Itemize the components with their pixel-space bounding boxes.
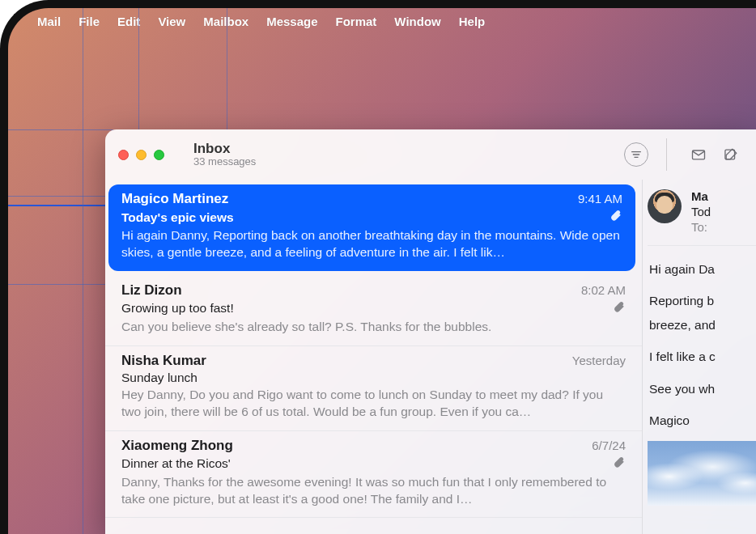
message-row[interactable]: Liz Dizon 8:02 AM Growing up too fast! C… — [105, 276, 642, 346]
reader-subject: Tod — [691, 205, 711, 218]
message-row[interactable]: Xiaomeng Zhong 6/7/24 Dinner at the Rico… — [105, 431, 642, 519]
reader-line: I felt like a c — [649, 345, 756, 368]
message-time: 9:41 AM — [578, 192, 622, 206]
message-row[interactable]: Magico Martinez 9:41 AM Today's epic vie… — [108, 184, 635, 271]
avatar — [648, 189, 682, 223]
message-list[interactable]: Magico Martinez 9:41 AM Today's epic vie… — [105, 180, 643, 534]
envelope-icon — [690, 146, 707, 163]
menu-edit[interactable]: Edit — [117, 15, 140, 28]
filter-icon — [628, 146, 644, 163]
reader-line: Magico — [649, 409, 756, 432]
menu-window[interactable]: Window — [394, 15, 440, 28]
attachment-icon — [612, 300, 626, 317]
menu-view[interactable]: View — [158, 15, 185, 28]
reader-attachment-image[interactable] — [648, 441, 756, 506]
reader-line: Reporting b — [649, 289, 756, 312]
message-preview: Can you believe she's already so tall? P… — [121, 319, 626, 336]
message-subject: Growing up too fast! — [121, 301, 612, 316]
message-preview: Hi again Danny, Reporting back on anothe… — [121, 227, 622, 261]
message-time: 8:02 AM — [581, 283, 626, 297]
reader-to: To: — [691, 220, 711, 234]
get-mail-button[interactable] — [686, 142, 711, 167]
message-preview: Danny, Thanks for the awesome evening! I… — [121, 474, 626, 508]
mailbox-name: Inbox — [193, 141, 256, 157]
window-controls — [118, 150, 164, 160]
message-count: 33 messages — [193, 156, 256, 168]
zoom-button[interactable] — [154, 150, 164, 160]
reader-line: breeze, and — [649, 313, 756, 337]
menu-help[interactable]: Help — [459, 15, 486, 28]
message-sender: Xiaomeng Zhong — [121, 438, 592, 454]
message-preview: Hey Danny, Do you and Rigo want to come … — [121, 387, 626, 421]
titlebar: Inbox 33 messages — [105, 129, 756, 180]
attachment-icon — [612, 456, 626, 473]
reader-body: Hi again Da Reporting b breeze, and I fe… — [648, 246, 756, 433]
message-sender: Nisha Kumar — [121, 353, 572, 369]
close-button[interactable] — [118, 150, 129, 160]
reader-line: Hi again Da — [649, 257, 756, 281]
message-reader: Ma Tod To: Hi again Da Reporting b breez… — [643, 180, 756, 534]
reader-line: See you wh — [649, 377, 756, 400]
menu-app[interactable]: Mail — [37, 15, 61, 28]
message-time: 6/7/24 — [592, 439, 626, 452]
message-subject: Dinner at the Ricos' — [121, 456, 612, 471]
compose-icon — [723, 146, 739, 163]
message-subject: Sunday lunch — [121, 371, 626, 385]
reader-from: Ma — [691, 189, 711, 203]
message-subject: Today's epic views — [121, 210, 609, 225]
attachment-icon — [609, 209, 622, 226]
compose-button[interactable] — [719, 142, 743, 167]
minimize-button[interactable] — [136, 150, 147, 160]
filter-button[interactable] — [624, 142, 648, 167]
message-sender: Magico Martinez — [121, 191, 578, 207]
menu-format[interactable]: Format — [336, 15, 377, 28]
window-title: Inbox 33 messages — [193, 141, 256, 168]
mail-window: Inbox 33 messages Magico Martinez 9:41 — [105, 129, 756, 534]
menu-message[interactable]: Message — [266, 15, 317, 28]
message-sender: Liz Dizon — [121, 282, 581, 299]
menubar: Mail File Edit View Mailbox Message Form… — [8, 8, 756, 34]
message-time: Yesterday — [572, 354, 626, 367]
message-row[interactable]: Nisha Kumar Yesterday Sunday lunch Hey D… — [105, 346, 642, 431]
